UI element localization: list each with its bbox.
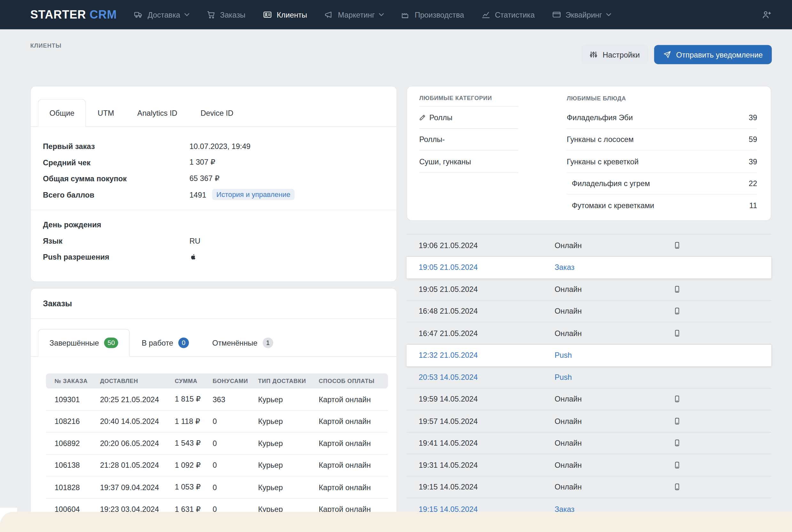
activity-type: Онлайн (555, 395, 673, 403)
activity-type: Онлайн (555, 417, 673, 425)
megaphone-icon (324, 10, 333, 19)
nav-item-orders[interactable]: Заказы (207, 10, 246, 19)
tab-analytics-id[interactable]: Analytics ID (125, 99, 189, 127)
send-icon (663, 51, 671, 58)
activity-row[interactable]: 19:05 21.05.2024 Заказ (407, 256, 771, 279)
order-delivery-type: Курьер (250, 439, 310, 448)
cancelled-count-badge: 1 (263, 338, 273, 348)
activity-type: Онлайн (555, 461, 673, 469)
tab-cancelled-orders[interactable]: Отменённые 1 (201, 329, 285, 357)
tab-general[interactable]: Общие (38, 99, 86, 127)
points-history-link[interactable]: История и управление (212, 189, 294, 200)
activity-row[interactable]: 20:53 14.05.2024 Push (407, 366, 771, 388)
dish-count: 39 (749, 113, 757, 122)
phone-icon (673, 395, 772, 403)
field-label: Первый заказ (43, 141, 189, 150)
activity-type: Push (555, 351, 673, 359)
order-delivery-type: Курьер (250, 461, 310, 470)
order-sum: 1 053 ₽ (166, 483, 204, 492)
tab-in-progress-orders[interactable]: В работе 0 (130, 329, 201, 357)
favorite-categories: ЛЮБИМЫЕ КАТЕГОРИИ Роллы Роллы- Суши, гун… (419, 86, 518, 220)
order-sum: 1 092 ₽ (166, 461, 204, 470)
column-header: № ЗАКАЗА (46, 378, 91, 384)
order-payment: Картой онлайн (310, 439, 388, 448)
column-header: БОНУСАМИ (204, 378, 249, 384)
contact-card-icon (263, 10, 272, 19)
activity-row[interactable]: 12:32 21.05.2024 Push (407, 344, 771, 366)
activity-row[interactable]: 19:59 14.05.2024 Онлайн (407, 388, 771, 411)
orders-table-header: № ЗАКАЗА ДОСТАВЛЕН СУММА БОНУСАМИ ТИП ДО… (46, 374, 388, 388)
order-sum: 1 543 ₽ (166, 439, 204, 448)
order-payment: Картой онлайн (310, 395, 388, 403)
send-notification-button[interactable]: Отправить уведомление (654, 45, 772, 64)
category-name: Роллы (429, 113, 452, 122)
tab-label: В работе (141, 339, 173, 347)
nav-item-clients[interactable]: Клиенты (263, 10, 307, 19)
order-payment: Картой онлайн (310, 483, 388, 491)
order-bonus: 0 (204, 483, 249, 491)
activity-row[interactable]: 19:41 14.05.2024 Онлайн (407, 432, 771, 454)
nav-item-delivery[interactable]: Доставка (134, 10, 189, 19)
activity-time: 16:48 21.05.2024 (407, 307, 555, 316)
order-id: 108216 (46, 417, 91, 425)
category-name: Суши, гунканы (419, 157, 471, 166)
tab-utm[interactable]: UTM (86, 99, 125, 127)
order-sum: 1 815 ₽ (166, 395, 204, 404)
activity-time: 19:05 21.05.2024 (407, 285, 555, 293)
field-push-permissions: Push разрешения (43, 249, 384, 265)
activity-row[interactable]: 16:48 21.05.2024 Онлайн (407, 301, 771, 323)
activity-type: Онлайн (555, 307, 673, 316)
activity-log: 19:06 21.05.2024 Онлайн 19:05 21.05.2024… (407, 234, 771, 520)
client-info-card: Общие UTM Analytics ID Device ID Первый … (31, 86, 397, 282)
nav-label: Заказы (220, 10, 246, 19)
field-label: Всего баллов (43, 190, 189, 199)
field-label: День рождения (43, 220, 189, 229)
category-row: Роллы- (419, 129, 518, 151)
order-delivered: 21:28 01.05.2024 (91, 461, 166, 470)
order-row[interactable]: 106138 21:28 01.05.2024 1 092 ₽ 0 Курьер… (46, 455, 388, 477)
client-fields: Первый заказ 10.07.2023, 19:49 Средний ч… (31, 127, 396, 203)
nav-item-marketing[interactable]: Маркетинг (324, 10, 384, 19)
nav-item-statistics[interactable]: Статистика (481, 10, 535, 19)
order-row[interactable]: 109301 20:25 21.05.2024 1 815 ₽ 363 Курь… (46, 388, 388, 411)
truck-icon (134, 10, 143, 19)
send-notification-label: Отправить уведомление (676, 50, 763, 59)
activity-row[interactable]: 19:31 14.05.2024 Онлайн (407, 454, 771, 476)
bottom-strip (0, 512, 792, 532)
nav-label: Статистика (495, 10, 535, 19)
favorite-dishes: ЛЮБИМЫЕ БЛЮДА Филадельфия Эби 39 Гунканы… (567, 86, 771, 220)
field-label: Язык (43, 236, 189, 245)
logo[interactable]: STARTER CRM (31, 8, 117, 21)
activity-row[interactable]: 19:06 21.05.2024 Онлайн (407, 234, 771, 256)
order-row[interactable]: 101828 19:37 09.04.2024 1 053 ₽ 0 Курьер… (46, 476, 388, 498)
dish-row: Футомаки с креветками 11 (567, 194, 757, 216)
order-delivered: 20:20 06.05.2024 (91, 439, 166, 448)
nav-item-acquiring[interactable]: Эквайринг (552, 10, 611, 19)
dish-count: 59 (749, 135, 757, 144)
order-row[interactable]: 106892 20:20 06.05.2024 1 543 ₽ 0 Курьер… (46, 433, 388, 455)
activity-row[interactable]: 19:57 14.05.2024 Онлайн (407, 410, 771, 432)
order-id: 106892 (46, 439, 91, 448)
activity-row[interactable]: 19:15 14.05.2024 Онлайн (407, 476, 771, 498)
pencil-icon (419, 114, 426, 121)
favorite-categories-title: ЛЮБИМЫЕ КАТЕГОРИИ (419, 86, 518, 107)
order-row[interactable]: 108216 20:40 14.05.2024 1 118 ₽ 0 Курьер… (46, 411, 388, 433)
settings-button[interactable]: Настройки (581, 45, 648, 64)
tab-device-id[interactable]: Device ID (189, 99, 245, 127)
user-settings-icon[interactable] (761, 10, 772, 20)
field-total-sum: Общая сумма покупок 65 367 ₽ (43, 170, 384, 187)
dish-count: 22 (749, 179, 757, 188)
activity-time: 19:05 21.05.2024 (407, 263, 555, 271)
tab-completed-orders[interactable]: Завершённые 50 (38, 329, 130, 357)
settings-button-label: Настройки (602, 50, 640, 59)
activity-row[interactable]: 16:47 21.05.2024 Онлайн (407, 322, 771, 344)
order-sum: 1 118 ₽ (166, 417, 204, 425)
order-delivery-type: Курьер (250, 417, 310, 425)
order-id: 101828 (46, 483, 91, 491)
activity-type: Онлайн (555, 439, 673, 447)
field-value: RU (190, 236, 200, 245)
category-name: Роллы- (419, 135, 445, 144)
nav-item-production[interactable]: Производства (401, 10, 464, 19)
activity-row[interactable]: 19:05 21.05.2024 Онлайн (407, 279, 771, 301)
order-payment: Картой онлайн (310, 417, 388, 425)
